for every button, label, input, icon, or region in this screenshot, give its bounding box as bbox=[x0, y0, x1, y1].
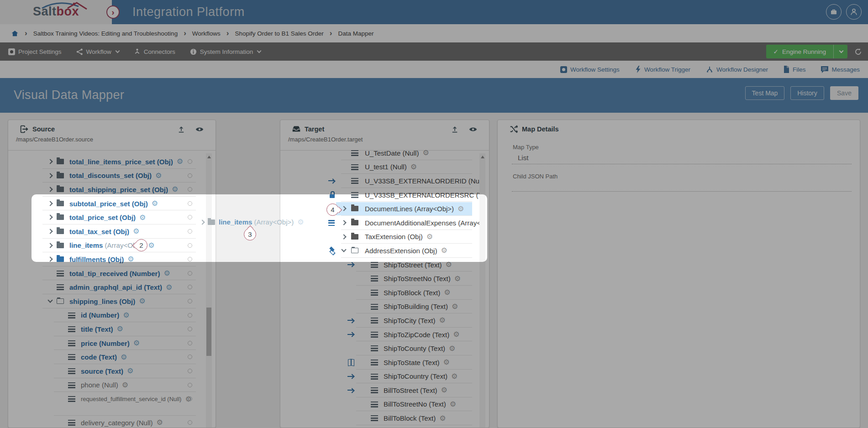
project-settings-button[interactable]: Project Settings bbox=[8, 48, 62, 55]
source-tree-row[interactable]: admin_graphql_api_id (Text)⚙ bbox=[8, 280, 206, 294]
refresh-icon[interactable] bbox=[854, 47, 863, 56]
chevron-icon[interactable] bbox=[341, 220, 346, 225]
source-tree-row[interactable]: requested_fulfillment_service_id (Null)⚙ bbox=[8, 392, 206, 416]
gear-icon[interactable]: ⚙ bbox=[148, 242, 154, 249]
target-tree-row[interactable]: TaxExtension (Obj)⚙ bbox=[280, 230, 479, 244]
test-map-button[interactable]: Test Map bbox=[745, 86, 784, 100]
engine-status-button[interactable]: ✓Engine Running bbox=[766, 45, 847, 58]
gear-icon[interactable]: ⚙ bbox=[451, 373, 458, 380]
home-icon[interactable] bbox=[11, 30, 19, 37]
source-tree-row[interactable]: total_discounts_set (Obj)⚙ bbox=[8, 169, 206, 183]
chevron-icon[interactable] bbox=[341, 234, 346, 239]
gear-icon[interactable]: ⚙ bbox=[152, 200, 158, 207]
source-tree-row[interactable]: fulfillments (Obj)⚙ bbox=[8, 252, 206, 266]
mapping-radio[interactable] bbox=[188, 243, 192, 248]
gear-icon[interactable]: ⚙ bbox=[117, 325, 123, 333]
target-tree-row[interactable]: BillToStreet (Text)⚙ bbox=[280, 383, 479, 397]
source-tree-row[interactable]: delivery_category (Null)⚙ bbox=[8, 416, 206, 428]
target-tree-row[interactable]: ShipToCity (Text)⚙ bbox=[280, 313, 479, 328]
target-tree-row[interactable]: ShipToState (Text)⚙ bbox=[280, 355, 479, 370]
chevron-icon[interactable] bbox=[47, 215, 53, 220]
gear-icon[interactable]: ⚙ bbox=[122, 381, 128, 389]
mapping-radio[interactable] bbox=[188, 299, 192, 303]
source-tree-row[interactable]: total_price_set (Obj)⚙ bbox=[8, 210, 206, 224]
target-tree-row[interactable]: U_V33SB_EXTERNALORDERSRC (Text)⚙ bbox=[280, 188, 479, 202]
target-tree-row[interactable]: U_V33SB_EXTERNALORDERID (Number)⚙ bbox=[280, 174, 479, 188]
target-tree-row[interactable]: ShipToBlock (Text)⚙ bbox=[280, 286, 479, 300]
gear-icon[interactable]: ⚙ bbox=[441, 386, 447, 394]
scroll-up-icon[interactable] bbox=[481, 156, 484, 158]
target-tree-row[interactable]: AddressExtension (Obj)⚙ bbox=[280, 244, 479, 258]
source-tree-row[interactable]: price (Number)⚙ bbox=[8, 336, 206, 350]
gear-icon[interactable]: ⚙ bbox=[123, 312, 129, 319]
mapping-radio[interactable] bbox=[188, 327, 192, 331]
breadcrumb-item[interactable]: ›Data Mapper bbox=[330, 29, 374, 38]
gear-icon[interactable]: ⚙ bbox=[410, 163, 417, 171]
gear-icon[interactable]: ⚙ bbox=[449, 345, 455, 352]
chevron-icon[interactable] bbox=[47, 159, 53, 164]
target-tree-row[interactable]: ShipToZipCode (Text)⚙ bbox=[280, 328, 479, 342]
mapping-radio[interactable] bbox=[188, 383, 192, 387]
files-link[interactable]: Files bbox=[784, 66, 806, 73]
source-tree-row[interactable]: phone (Null)⚙ bbox=[8, 378, 206, 392]
messages-link[interactable]: Messages bbox=[821, 66, 860, 73]
gear-icon[interactable]: ⚙ bbox=[163, 270, 170, 277]
mapping-radio[interactable] bbox=[188, 271, 192, 276]
target-tree-row[interactable]: ShipToCounty (Text)⚙ bbox=[280, 341, 479, 355]
gear-icon[interactable]: ⚙ bbox=[121, 354, 127, 361]
connectors-button[interactable]: Connectors bbox=[134, 48, 175, 55]
gear-icon[interactable]: ⚙ bbox=[454, 275, 461, 282]
gear-icon[interactable]: ⚙ bbox=[439, 415, 446, 422]
gear-icon[interactable]: ⚙ bbox=[453, 331, 459, 338]
workflow-trigger-link[interactable]: Workflow Trigger bbox=[635, 66, 690, 73]
system-information-menu[interactable]: System Information bbox=[190, 48, 261, 55]
gear-icon[interactable]: ⚙ bbox=[133, 339, 140, 347]
mapping-radio[interactable] bbox=[188, 187, 192, 192]
sidebar-toggle-button[interactable]: › bbox=[106, 5, 120, 19]
chevron-icon[interactable] bbox=[341, 206, 346, 211]
map-type-field-underline[interactable] bbox=[512, 164, 852, 164]
mapping-radio[interactable] bbox=[188, 159, 192, 164]
upload-icon[interactable] bbox=[177, 125, 185, 134]
mapping-radio[interactable] bbox=[188, 229, 192, 234]
scrollbar-thumb[interactable] bbox=[206, 308, 211, 356]
scroll-up-icon[interactable] bbox=[207, 156, 211, 158]
target-tree-row[interactable]: U_TestDate (Null)⚙ bbox=[280, 146, 479, 160]
gear-icon[interactable]: ⚙ bbox=[426, 233, 433, 240]
source-tree-row[interactable]: code (Text)⚙ bbox=[8, 350, 206, 364]
source-tree-row[interactable]: total_tip_received (Number)⚙ bbox=[8, 266, 206, 281]
account-button[interactable] bbox=[846, 4, 862, 20]
breadcrumb-item[interactable]: ›Workflows bbox=[184, 29, 221, 38]
chevron-icon[interactable] bbox=[47, 256, 53, 261]
chevron-icon[interactable] bbox=[47, 201, 53, 206]
source-tree-row[interactable]: shipping_lines (Obj)⚙ bbox=[8, 294, 206, 308]
gear-icon[interactable]: ⚙ bbox=[446, 261, 452, 268]
history-button[interactable]: History bbox=[790, 86, 824, 100]
gear-icon[interactable]: ⚙ bbox=[139, 214, 146, 221]
source-scrollbar[interactable] bbox=[206, 153, 212, 428]
upload-icon[interactable] bbox=[451, 125, 459, 134]
breadcrumb-item[interactable]: ›Shopify Order to B1 Sales Order bbox=[226, 29, 324, 38]
gear-icon[interactable]: ⚙ bbox=[458, 205, 464, 213]
target-tree-row[interactable]: U_test1 (Null)⚙ bbox=[280, 160, 479, 174]
chevron-icon[interactable] bbox=[47, 298, 53, 303]
gear-icon[interactable]: ⚙ bbox=[139, 298, 145, 305]
mapping-radio[interactable] bbox=[188, 215, 192, 219]
chevron-icon[interactable] bbox=[47, 173, 53, 178]
save-button[interactable]: Save bbox=[830, 86, 858, 100]
mapping-radio[interactable] bbox=[188, 313, 192, 318]
source-tree-row[interactable]: total_line_items_price_set (Obj)⚙ bbox=[8, 155, 206, 169]
gear-icon[interactable]: ⚙ bbox=[127, 367, 133, 375]
source-tree-row[interactable]: subtotal_price_set (Obj)⚙ bbox=[8, 197, 206, 211]
target-tree-row[interactable]: BillToBlock (Text)⚙ bbox=[280, 411, 479, 425]
chevron-icon[interactable] bbox=[47, 187, 53, 192]
breadcrumb-item[interactable]: ›Saltbox Training Videos: Editing and Tr… bbox=[25, 29, 178, 38]
gear-icon[interactable]: ⚙ bbox=[133, 228, 139, 235]
gear-icon[interactable]: ⚙ bbox=[172, 186, 178, 193]
gear-icon[interactable]: ⚙ bbox=[127, 256, 134, 263]
workflow-menu[interactable]: Workflow bbox=[76, 48, 119, 55]
eye-icon[interactable] bbox=[469, 126, 477, 132]
chevron-icon[interactable] bbox=[341, 247, 346, 252]
mapping-radio[interactable] bbox=[188, 285, 192, 289]
gear-icon[interactable]: ⚙ bbox=[422, 149, 429, 157]
